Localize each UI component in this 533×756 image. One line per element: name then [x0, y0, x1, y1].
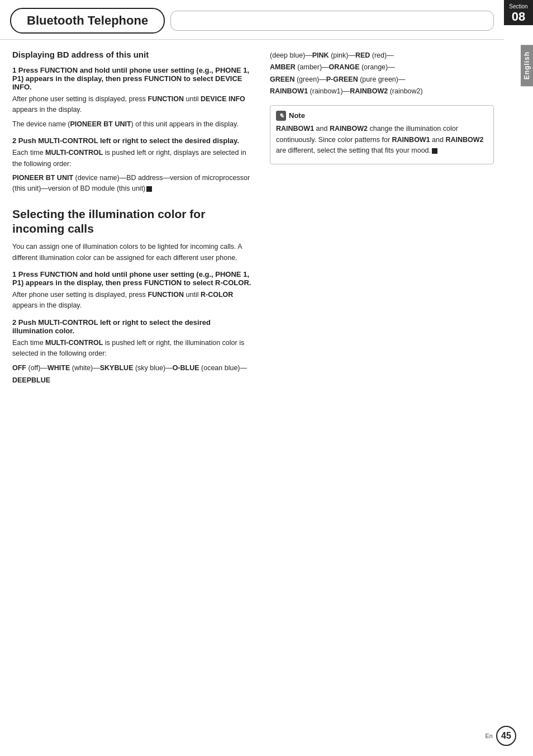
- step4-body1-prefix: Each time: [12, 339, 45, 347]
- stop-symbol-1: [146, 186, 152, 192]
- section-label: Section: [506, 3, 531, 10]
- color-pgreen-bold: P-GREEN: [326, 75, 358, 83]
- color-off-bold: OFF: [12, 364, 26, 372]
- step2-body1-bold: MULTI-CONTROL: [45, 149, 103, 157]
- section1-heading: Displaying BD address of this unit: [12, 50, 252, 59]
- step1-body2-prefix: The device name (: [12, 120, 70, 128]
- step1-body1-suffix: appears in the display.: [12, 106, 82, 114]
- main-content: Bluetooth Telephone Displaying BD addres…: [0, 0, 504, 756]
- left-column: Displaying BD address of this unit 1 Pre…: [0, 50, 262, 390]
- step1-body1-mid: until: [184, 95, 201, 103]
- step4-color-sequence: OFF (off)—WHITE (white)—SKYBLUE (sky blu…: [12, 362, 252, 386]
- note-rainbow2-1: RAINBOW2: [330, 125, 368, 133]
- step2-body2-bold: PIONEER BT UNIT: [12, 174, 73, 182]
- step3-body1: After phone user setting is displayed, p…: [12, 290, 252, 311]
- section2-intro: You can assign one of illumination color…: [12, 242, 252, 263]
- color-orange-bold: ORANGE: [329, 63, 360, 71]
- section-number: 08: [512, 10, 525, 23]
- title-line-decoration: [170, 11, 494, 31]
- step3-body1-mid: until: [184, 291, 201, 299]
- section-tab: Section 08: [504, 0, 533, 25]
- note-rainbow2-2: RAINBOW2: [445, 136, 483, 144]
- step4-heading: 2 Push MULTI-CONTROL left or right to se…: [12, 318, 252, 335]
- note-rainbow1-1: RAINBOW1: [276, 125, 314, 133]
- color-rainbow2-bold: RAINBOW2: [350, 87, 388, 95]
- title-bar: Bluetooth Telephone: [0, 0, 504, 40]
- color-rainbow1-bold: RAINBOW1: [270, 87, 308, 95]
- language-tab: English: [521, 45, 533, 86]
- step1-heading: 1 Press FUNCTION and hold until phone us…: [12, 66, 252, 91]
- step2-heading: 2 Push MULTI-CONTROL left or right to se…: [12, 136, 252, 145]
- two-column-layout: Displaying BD address of this unit 1 Pre…: [0, 40, 504, 390]
- step4-body1: Each time MULTI-CONTROL is pushed left o…: [12, 338, 252, 360]
- step1-body2-suffix: ) of this unit appears in the display.: [131, 120, 239, 128]
- color-skyblue-bold: SKYBLUE: [100, 364, 134, 372]
- step1-body2-bold: PIONEER BT UNIT: [70, 120, 131, 128]
- color-green-bold: GREEN: [270, 75, 294, 83]
- step1-body1-bold2: DEVICE INFO: [201, 95, 245, 103]
- right-column: (deep blue)—PINK (pink)—RED (red)— AMBER…: [262, 50, 504, 390]
- step1-body1-bold1: FUNCTION: [148, 95, 184, 103]
- note-body: RAINBOW1 and RAINBOW2 change the illumin…: [276, 124, 488, 156]
- step3-body1-bold1: FUNCTION: [148, 291, 184, 299]
- note-title-text: Note: [289, 110, 305, 121]
- section2-heading: Selecting the illumination color for inc…: [12, 207, 252, 237]
- color-amber-bold: AMBER: [270, 63, 296, 71]
- step4-body1-bold: MULTI-CONTROL: [45, 339, 103, 347]
- color-white-bold: WHITE: [47, 364, 70, 372]
- step1-body1-prefix: After phone user setting is displayed, p…: [12, 95, 148, 103]
- color-red-bold: RED: [355, 51, 370, 59]
- note-box: ✎ Note RAINBOW1 and RAINBOW2 change the …: [270, 105, 494, 164]
- step3-heading: 1 Press FUNCTION and hold until phone us…: [12, 270, 252, 287]
- color-deepblue-bold: DEEPBLUE: [12, 376, 50, 384]
- step1-body1: After phone user setting is displayed, p…: [12, 94, 252, 116]
- note-icon: ✎: [276, 111, 286, 121]
- step3-body1-bold2: R-COLOR: [201, 291, 233, 299]
- step2-body2: PIONEER BT UNIT (device name)—BD address…: [12, 173, 252, 195]
- color-pink-bold: PINK: [312, 51, 329, 59]
- note-rainbow1-2: RAINBOW1: [392, 136, 430, 144]
- page-title: Bluetooth Telephone: [10, 8, 165, 34]
- stop-symbol-2: [432, 148, 437, 154]
- step1-body2: The device name (PIONEER BT UNIT) of thi…: [12, 119, 252, 130]
- step2-body1-prefix: Each time: [12, 149, 45, 157]
- step2-body1: Each time MULTI-CONTROL is pushed left o…: [12, 148, 252, 169]
- color-sequence-continued: (deep blue)—PINK (pink)—RED (red)— AMBER…: [270, 50, 494, 97]
- color-oblue-bold: O-BLUE: [173, 364, 199, 372]
- step3-body1-prefix: After phone user setting is displayed, p…: [12, 291, 148, 299]
- note-title-row: ✎ Note: [276, 110, 488, 121]
- step3-body1-suffix: appears in the display.: [12, 301, 82, 309]
